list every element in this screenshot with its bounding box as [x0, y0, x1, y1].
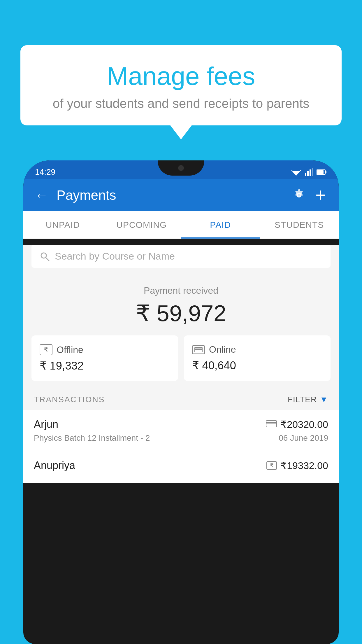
tab-upcoming[interactable]: UPCOMING	[102, 211, 181, 239]
offline-card-label: Offline	[57, 344, 83, 355]
svg-rect-16	[266, 422, 277, 424]
offline-payment-card: ₹ Offline ₹ 19,332	[31, 335, 178, 381]
svg-marker-0	[293, 171, 300, 175]
filter-label: FILTER	[288, 395, 317, 404]
speech-bubble: Manage fees of your students and send re…	[20, 45, 342, 125]
transaction-bottom: Physics Batch 12 Installment - 2 06 June…	[34, 433, 328, 443]
notch	[158, 160, 204, 176]
online-card-amount: ₹ 40,640	[192, 359, 322, 372]
online-card-header: Online	[192, 344, 322, 355]
transaction-amount: ₹20320.00	[280, 419, 328, 430]
svg-rect-10	[316, 195, 325, 196]
rupee-payment-icon: ₹	[266, 461, 277, 470]
svg-rect-8	[317, 170, 324, 174]
svg-rect-15	[266, 421, 277, 427]
tab-students[interactable]: STUDENTS	[260, 211, 339, 239]
svg-line-12	[46, 258, 49, 261]
app-header-right	[293, 189, 327, 202]
phone-top: 14:29	[23, 160, 339, 179]
transactions-label: TRANSACTIONS	[34, 395, 105, 404]
wifi-icon	[291, 168, 301, 176]
svg-rect-4	[310, 169, 311, 176]
payment-summary: Payment received ₹ 59,972	[23, 274, 339, 335]
app-header-left: ← Payments	[35, 187, 116, 203]
svg-rect-2	[305, 173, 306, 176]
payment-total-amount: ₹ 59,972	[31, 300, 331, 327]
offline-card-amount: ₹ 19,332	[40, 359, 170, 372]
search-bar[interactable]: Search by Course or Name	[31, 245, 331, 268]
status-time: 14:29	[35, 167, 55, 177]
search-input-placeholder[interactable]: Search by Course or Name	[55, 251, 175, 262]
svg-rect-7	[325, 171, 326, 173]
battery-icon	[317, 169, 327, 175]
transactions-list: Arjun ₹20320.00 Physics Batch 12 Install…	[23, 410, 339, 483]
transaction-amount-wrap: ₹ ₹19332.00	[266, 460, 328, 471]
transaction-amount-wrap: ₹20320.00	[266, 419, 328, 430]
payment-cards: ₹ Offline ₹ 19,332 Online ₹ 40,640	[31, 335, 331, 381]
table-row[interactable]: Anupriya ₹ ₹19332.00	[23, 451, 339, 483]
camera-dot	[178, 165, 184, 171]
table-row[interactable]: Arjun ₹20320.00 Physics Batch 12 Install…	[23, 410, 339, 451]
transaction-top: Anupriya ₹ ₹19332.00	[34, 459, 328, 472]
offline-card-header: ₹ Offline	[40, 344, 170, 355]
transaction-name: Anupriya	[34, 459, 75, 472]
bubble-title: Manage fees	[38, 61, 324, 91]
tab-paid[interactable]: PAID	[181, 211, 260, 239]
svg-rect-3	[307, 171, 309, 176]
svg-rect-5	[312, 168, 313, 176]
phone-frame: 14:29	[23, 160, 339, 644]
rupee-icon: ₹	[40, 344, 52, 355]
payment-received-label: Payment received	[31, 285, 331, 296]
transaction-top: Arjun ₹20320.00	[34, 418, 328, 430]
tabs: UNPAID UPCOMING PAID STUDENTS	[23, 211, 339, 239]
svg-rect-14	[195, 349, 202, 350]
app-header: ← Payments	[23, 179, 339, 211]
signal-icon	[305, 168, 313, 176]
back-button[interactable]: ←	[35, 187, 48, 203]
transaction-amount: ₹19332.00	[280, 460, 328, 471]
search-icon	[40, 251, 50, 261]
transaction-sub: Physics Batch 12 Installment - 2	[34, 433, 150, 443]
screen-content: Search by Course or Name Payment receive…	[23, 245, 339, 483]
filter-icon: ▼	[320, 395, 328, 404]
transactions-header: TRANSACTIONS FILTER ▼	[23, 388, 339, 410]
filter-button[interactable]: FILTER ▼	[288, 395, 328, 404]
transaction-name: Arjun	[34, 418, 58, 430]
online-payment-card: Online ₹ 40,640	[184, 335, 331, 381]
status-icons	[291, 168, 327, 176]
card-payment-icon	[266, 420, 277, 428]
online-card-label: Online	[209, 344, 236, 355]
gear-icon[interactable]	[293, 189, 305, 202]
transaction-date: 06 June 2019	[279, 433, 328, 443]
card-icon	[192, 345, 205, 354]
bubble-subtitle: of your students and send receipts to pa…	[38, 96, 324, 111]
app-title: Payments	[57, 187, 116, 203]
plus-icon[interactable]	[314, 189, 327, 202]
tab-unpaid[interactable]: UNPAID	[23, 211, 102, 239]
